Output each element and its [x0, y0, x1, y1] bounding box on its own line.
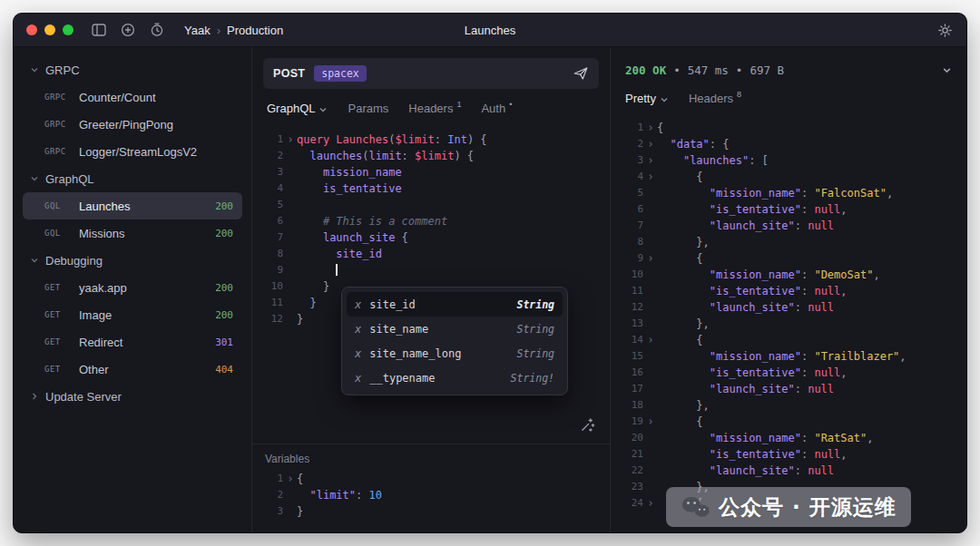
url-input[interactable]: spacex [314, 65, 367, 82]
sidebar-item-image[interactable]: GETImage200 [23, 301, 242, 328]
graphql-editor[interactable]: 1query Launches($limit: Int) {2 launches… [252, 124, 610, 444]
app-body: GRPCGRPCCounter/CountGRPCGreeter/PingPon… [14, 47, 966, 532]
sidebar-item-counter-count[interactable]: GRPCCounter/Count [23, 83, 242, 111]
tab-headers[interactable]: Headers1 [408, 102, 461, 115]
settings-gear-icon[interactable] [936, 21, 954, 39]
autocomplete-item-site-id[interactable]: xsite_idString [347, 292, 563, 317]
fold-chevron-icon[interactable] [283, 136, 297, 143]
history-clock-icon[interactable] [148, 21, 166, 39]
code-text: { [657, 414, 966, 430]
code-line: 14 { [623, 332, 966, 348]
format-magic-wand-icon[interactable] [580, 417, 595, 433]
breadcrumb[interactable]: Yaak › Production [184, 24, 283, 37]
tab-pretty[interactable]: Pretty [625, 92, 669, 105]
code-text: "data": { [657, 136, 966, 152]
new-request-icon[interactable] [119, 21, 137, 39]
fold-chevron-icon[interactable] [283, 475, 297, 483]
traffic-lights [26, 24, 74, 35]
zoom-button[interactable] [63, 24, 74, 35]
tab-graphql[interactable]: GraphQL [267, 102, 328, 115]
workspace-name[interactable]: Yaak [184, 24, 211, 37]
code-line: 2 "data": { [623, 136, 966, 152]
sidebar-section-graphql[interactable]: GraphQL [21, 165, 244, 192]
code-line: 17 "launch_site": null [623, 381, 966, 397]
method-tag: GET [44, 310, 79, 319]
code-line: 18 }, [623, 397, 966, 414]
fold-chevron-icon[interactable] [643, 173, 657, 180]
code-line: 7 "launch_site": null [623, 218, 966, 234]
variables-editor[interactable]: 1{2 "limit": 103} [252, 471, 610, 520]
status-code: 301 [215, 336, 233, 348]
fold-chevron-icon[interactable] [643, 141, 657, 148]
fold-chevron-icon[interactable] [643, 124, 657, 132]
code-text: "is_tentative": null, [657, 201, 966, 218]
code-line: 1{ [263, 471, 610, 487]
suggestion-label: site_id [369, 298, 508, 311]
code-line: 8 site_id [263, 246, 610, 262]
code-text [297, 262, 610, 278]
sidebar-item-greeter-pingpong[interactable]: GRPCGreeter/PingPong [23, 111, 242, 138]
tab-headers[interactable]: Headers8 [689, 92, 741, 105]
code-line: 4 { [623, 169, 966, 185]
field-kind-icon: x [355, 347, 361, 360]
autocomplete-item-site-name-long[interactable]: xsite_name_longString [347, 341, 563, 366]
fold-chevron-icon[interactable] [643, 157, 657, 164]
minimize-button[interactable] [44, 24, 55, 35]
sidebar-item-launches[interactable]: GQLLaunches200 [23, 192, 242, 219]
method-select[interactable]: POST [273, 67, 305, 80]
sidebar-item-missions[interactable]: GQLMissions200 [23, 219, 242, 247]
code-text: "mission_name": "DemoSat", [657, 267, 966, 283]
toggle-sidebar-icon[interactable] [90, 21, 108, 39]
sidebar-item-yaak-app[interactable]: GETyaak.app200 [23, 274, 242, 301]
request-name: Counter/Count [79, 91, 233, 104]
method-tag: GET [44, 365, 79, 374]
autocomplete-item-typename[interactable]: x__typenameString! [347, 366, 563, 390]
sidebar-item-logger-streamlogsv2[interactable]: GRPCLogger/StreamLogsV2 [23, 138, 242, 165]
sidebar-item-other[interactable]: GETOther404 [23, 356, 242, 383]
suggestion-type: String [516, 347, 554, 360]
fold-chevron-icon[interactable] [643, 500, 657, 507]
code-line: 3 "launches": [ [623, 152, 966, 169]
send-button[interactable] [573, 65, 589, 82]
method-tag: GRPC [44, 147, 79, 156]
fold-chevron-icon[interactable] [643, 418, 657, 425]
code-text: }, [657, 234, 966, 250]
tab-auth[interactable]: Auth• [481, 102, 512, 115]
fold-chevron-icon[interactable] [643, 336, 657, 344]
line-number: 9 [623, 250, 643, 267]
sidebar-section-grpc[interactable]: GRPC [21, 56, 244, 83]
line-number: 11 [623, 283, 643, 299]
code-line: 5 "mission_name": "FalconSat", [623, 185, 966, 201]
sidebar-section-update-server[interactable]: Update Server [21, 383, 244, 410]
response-body-viewer[interactable]: 1{2 "data": {3 "launches": [4 {5 "missio… [611, 114, 966, 532]
code-line: 4 is_tentative [263, 180, 610, 197]
code-text: "is_tentative": null, [657, 283, 966, 299]
code-line: 10 "mission_name": "DemoSat", [623, 267, 966, 283]
request-name: Logger/StreamLogsV2 [79, 145, 233, 159]
request-name: Missions [79, 227, 215, 240]
code-text: launch_site { [297, 229, 610, 246]
fold-chevron-icon[interactable] [643, 255, 657, 262]
line-number: 14 [623, 332, 643, 348]
line-number: 6 [263, 213, 283, 229]
environment-name[interactable]: Production [227, 24, 283, 37]
autocomplete-item-site-name[interactable]: xsite_nameString [347, 317, 563, 341]
field-kind-icon: x [355, 298, 361, 311]
code-text: "launches": [ [657, 152, 966, 169]
app-window: Yaak › Production Launches GRPCGRPCCount… [13, 13, 967, 533]
response-menu-chevron-icon[interactable] [942, 65, 952, 75]
tab-badge: • [509, 100, 512, 109]
tab-params[interactable]: Params [348, 102, 388, 115]
request-name: Image [79, 308, 215, 322]
method-tag: GRPC [44, 93, 79, 102]
url-bar[interactable]: POST spacex [263, 58, 599, 89]
line-number: 24 [623, 495, 643, 512]
code-line: 2 "limit": 10 [263, 487, 610, 503]
sidebar-item-redirect[interactable]: GETRedirect301 [23, 328, 242, 356]
autocomplete-popup: xsite_idStringxsite_nameStringxsite_name… [341, 287, 568, 395]
line-number: 2 [623, 136, 643, 152]
code-text: }, [657, 397, 966, 414]
sidebar-section-debugging[interactable]: Debugging [21, 247, 244, 274]
line-number: 7 [623, 218, 643, 234]
close-button[interactable] [26, 24, 37, 35]
